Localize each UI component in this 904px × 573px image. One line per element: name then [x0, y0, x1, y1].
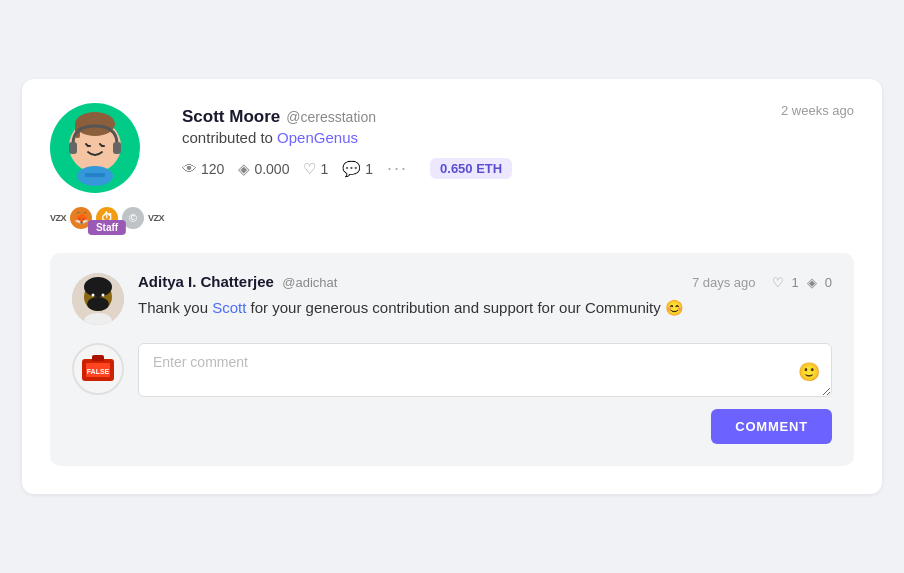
- svg-point-13: [84, 277, 112, 297]
- comment-likes: 1: [792, 275, 799, 290]
- comment-text: Thank you Scott for your generous contri…: [138, 297, 832, 320]
- post-author-avatar-wrap: Staff VZX 🦊 ⏱ © VZX: [50, 103, 164, 229]
- svg-rect-21: [92, 355, 104, 361]
- comment-reactions: ♡ 1 ◈ 0: [772, 275, 832, 290]
- comment-author-info: Aditya I. Chatterjee @adichat: [138, 273, 337, 291]
- post-header: Staff VZX 🦊 ⏱ © VZX Scott Moore @ceresst…: [50, 103, 854, 229]
- comment-input-row: FALSE 🙂 COMMENT: [72, 343, 832, 444]
- comment-text-middle: for your generous contribution and suppo…: [246, 299, 684, 316]
- comments-count: 1: [365, 161, 373, 177]
- eth-value-badge: 0.650 ETH: [430, 158, 512, 179]
- views-count: 120: [201, 161, 224, 177]
- post-timestamp: 2 weeks ago: [781, 103, 854, 118]
- svg-point-14: [92, 294, 95, 297]
- contributed-link[interactable]: OpenGenus: [277, 129, 358, 146]
- stats-row: 👁 120 ◈ 0.000 ♡ 1 💬 1 ··· 0.650 ETH: [182, 158, 854, 179]
- likes-count: 1: [320, 161, 328, 177]
- svg-rect-9: [113, 142, 121, 154]
- eye-icon: 👁: [182, 160, 197, 177]
- post-info: Scott Moore @ceresstation contributed to…: [182, 103, 854, 179]
- comment-text-start: Thank you: [138, 299, 212, 316]
- comment-author-avatar: [72, 273, 124, 325]
- heart-icon: ♡: [303, 160, 316, 178]
- svg-point-16: [87, 297, 109, 311]
- comment-name-mention: Scott: [212, 299, 246, 316]
- comment-avatar-illustration: [72, 273, 124, 325]
- current-user-avatar: FALSE: [72, 343, 124, 395]
- post-author-avatar: [50, 103, 140, 193]
- comment-icon: 💬: [342, 160, 361, 178]
- comment-heart-icon: ♡: [772, 275, 784, 290]
- eth-amount: 0.000: [254, 161, 289, 177]
- comment-author-name: Aditya I. Chatterjee: [138, 273, 274, 290]
- comment-textarea-wrap: 🙂: [138, 343, 832, 401]
- post-contribution-line: contributed to OpenGenus: [182, 129, 854, 146]
- comment-name-row: Aditya I. Chatterjee @adichat 7 days ago…: [138, 273, 832, 291]
- comment-section: Aditya I. Chatterjee @adichat 7 days ago…: [50, 253, 854, 466]
- author-handle: @ceresstation: [286, 109, 376, 125]
- svg-point-15: [102, 294, 105, 297]
- likes-stat: ♡ 1: [303, 160, 328, 178]
- stamp-avatar-illustration: FALSE: [78, 349, 118, 389]
- views-stat: 👁 120: [182, 160, 224, 177]
- contributed-text: contributed to: [182, 129, 273, 146]
- more-options[interactable]: ···: [387, 158, 408, 179]
- comments-stat: 💬 1: [342, 160, 373, 178]
- comment-body: Aditya I. Chatterjee @adichat 7 days ago…: [138, 273, 832, 320]
- comment-textarea[interactable]: [138, 343, 832, 397]
- comment-input-wrap: 🙂 COMMENT: [138, 343, 832, 444]
- svg-rect-10: [85, 173, 105, 177]
- author-name-line: Scott Moore @ceresstation: [182, 107, 854, 127]
- svg-text:FALSE: FALSE: [87, 368, 110, 375]
- badge-vzx-1: VZX: [50, 213, 66, 223]
- author-name: Scott Moore: [182, 107, 280, 127]
- comment-submit-button[interactable]: COMMENT: [711, 409, 832, 444]
- comment-meta: 7 days ago ♡ 1 ◈ 0: [692, 275, 832, 290]
- comment-author-handle: @adichat: [282, 275, 337, 290]
- svg-point-1: [75, 112, 115, 136]
- svg-rect-8: [69, 142, 77, 154]
- comment-item: Aditya I. Chatterjee @adichat 7 days ago…: [72, 273, 832, 325]
- avatar-illustration: [55, 108, 135, 188]
- eth-stat: ◈ 0.000: [238, 160, 289, 178]
- eth-icon: ◈: [238, 160, 250, 178]
- comment-btn-row: COMMENT: [138, 409, 832, 444]
- emoji-picker-icon[interactable]: 🙂: [798, 361, 820, 383]
- post-card: Staff VZX 🦊 ⏱ © VZX Scott Moore @ceresst…: [22, 79, 882, 494]
- badge-vzx-2: VZX: [148, 213, 164, 223]
- comment-timestamp: 7 days ago: [692, 275, 756, 290]
- comment-eth: 0: [825, 275, 832, 290]
- staff-badge: Staff: [88, 220, 126, 235]
- comment-eth-icon: ◈: [807, 275, 817, 290]
